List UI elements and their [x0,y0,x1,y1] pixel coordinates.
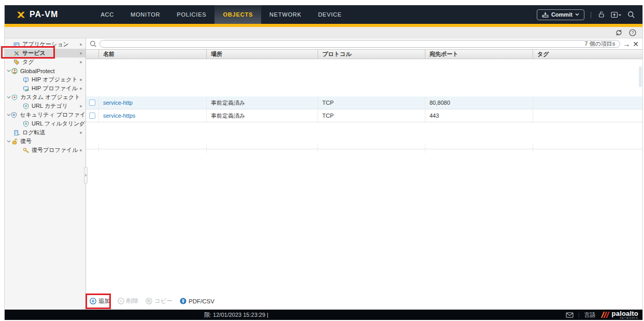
log-forwarding-icon [13,130,20,136]
device-name: PA-VM [30,10,58,19]
column-header-destination-port[interactable]: 宛先ポート [425,50,533,59]
url-filtering-icon [23,121,29,127]
tab-monitor[interactable]: MONITOR [122,5,168,24]
clear-filter-icon[interactable]: ✕ [633,40,639,48]
brand-subtitle: NETWORKS [620,317,638,320]
refresh-icon[interactable] [615,29,623,36]
sidebar-item-url-filtering[interactable]: URL フィルタリング [5,119,85,128]
copy-label: コピー [154,297,173,305]
location-cell: 事前定義済み [207,96,318,109]
search-pill[interactable]: 7 個の項目s [99,40,620,48]
sidebar-item-label: HIP プロファイル [32,85,78,92]
sidebar-item-label: アプリケーション [22,40,69,48]
add-label: 追加 [98,297,110,305]
row-checkbox[interactable] [89,113,95,119]
sidebar-item-label: 復号プロファイル [32,146,78,154]
checkin-icon[interactable] [611,11,622,18]
application-icon [13,41,20,48]
column-header-location[interactable]: 場所 [207,50,318,59]
apply-filter-arrow-icon[interactable]: → [623,40,630,48]
nav-separator: | [590,11,592,18]
language-button[interactable]: 言語 [584,311,596,319]
sidebar-item-label: ログ転送 [22,129,46,136]
sidebar-splitter-handle[interactable] [84,167,88,184]
service-name-link[interactable]: service-http [99,96,207,109]
copy-button[interactable]: コピー [146,297,173,305]
column-header-protocol[interactable]: プロトコル [318,50,425,59]
delete-button[interactable]: 削除 [118,297,138,305]
row-checkbox[interactable] [89,100,95,106]
chevron-down-icon[interactable] [7,114,11,117]
sidebar-item-hip-objects[interactable]: HIP オブジェクト [5,75,85,84]
status-separator: | [578,312,580,318]
tab-network[interactable]: NETWORK [261,5,310,24]
globalprotect-icon [11,68,18,74]
brand-name: paloalto [612,310,638,317]
sidebar-group-security-profiles[interactable]: セキュリティ プロファイル [5,110,85,119]
sidebar-item-tags[interactable]: タグ [5,58,85,66]
item-count-label: 7 個の項目s [584,40,615,48]
item-dot [80,44,82,46]
vertical-scrollbar-thumb[interactable] [639,66,642,87]
sidebar-item-decryption-profile[interactable]: 復号プロファイル [5,146,85,155]
sidebar-item-applications[interactable]: アプリケーション [5,40,85,49]
tags-cell [533,96,642,109]
add-icon [90,298,96,304]
help-icon[interactable]: ? [629,29,636,36]
sidebar-group-custom-objects[interactable]: カスタム オブジェクト [5,93,85,102]
pdf-csv-button[interactable]: PDF/CSV [180,298,214,304]
protocol-cell: TCP [318,109,425,122]
column-header-tags[interactable]: タグ [533,50,642,59]
hip-profile-icon [23,86,29,92]
brand-text: paloalto NETWORKS [612,310,638,320]
chevron-down-icon[interactable] [7,96,11,99]
sidebar-item-label: カスタム オブジェクト [20,93,80,101]
commit-button[interactable]: Commit [537,9,584,20]
sidebar-group-decryption[interactable]: 復号 [5,137,85,146]
sidebar-item-hip-profiles[interactable]: HIP プロファイル [5,84,85,93]
sidebar-item-label: GlobalProtect [20,68,55,74]
sidebar-item-log-forwarding[interactable]: ログ転送 [5,128,85,137]
tasks-envelope-icon[interactable] [566,312,574,318]
status-right-cluster: | 言語 paloalto NETWORKS [566,310,642,320]
search-icon[interactable] [627,11,635,19]
tags-cell [533,109,642,122]
sidebar-item-label: タグ [22,58,34,66]
item-dot [80,123,82,125]
top-navbar: PA-VM ACC MONITOR POLICIES OBJECTS NETWO… [5,5,642,24]
table-header: 名前 場所 プロトコル 宛先ポート タグ [86,49,642,59]
sidebar-group-globalprotect[interactable]: GlobalProtect [5,66,85,75]
chevron-down-icon[interactable] [7,140,11,143]
destination-port-cell: 80,8080 [425,96,533,109]
destination-port-cell: 443 [425,109,533,122]
select-all-header-cell[interactable] [86,50,99,59]
svg-text:?: ? [632,30,634,35]
screenshot-root: PA-VM ACC MONITOR POLICIES OBJECTS NETWO… [0,0,644,321]
tab-policies[interactable]: POLICIES [168,5,214,24]
pdf-csv-icon [180,298,187,304]
tab-acc[interactable]: ACC [92,5,122,24]
session-expiry-text: 限: 12/01/2023 15:23:29 | [204,311,268,319]
search-input[interactable] [105,41,584,47]
item-dot [80,88,82,90]
service-name-link[interactable]: service-https [99,109,207,122]
sidebar-item-label: URL フィルタリング [32,120,85,128]
hip-object-icon [23,77,29,83]
delete-icon [118,298,124,304]
lock-icon[interactable] [597,11,605,18]
sidebar-item-services[interactable]: サービス [5,49,85,58]
column-header-name[interactable]: 名前 [99,50,207,59]
tab-device[interactable]: DEVICE [310,5,350,24]
objects-sidebar: アプリケーション サービス [5,38,86,310]
utility-strip: ? [5,27,642,38]
tab-objects[interactable]: OBJECTS [214,5,261,24]
url-category-icon [23,103,29,109]
sidebar-item-label: HIP オブジェクト [32,76,78,83]
add-button[interactable]: 追加 [90,297,110,305]
paloalto-slashes-icon [600,311,610,318]
protocol-cell: TCP [318,96,425,109]
sidebar-item-url-category[interactable]: URL カテゴリ [5,102,85,110]
delete-label: 削除 [126,297,138,305]
app-window: PA-VM ACC MONITOR POLICIES OBJECTS NETWO… [4,5,643,320]
chevron-down-icon[interactable] [7,69,11,73]
